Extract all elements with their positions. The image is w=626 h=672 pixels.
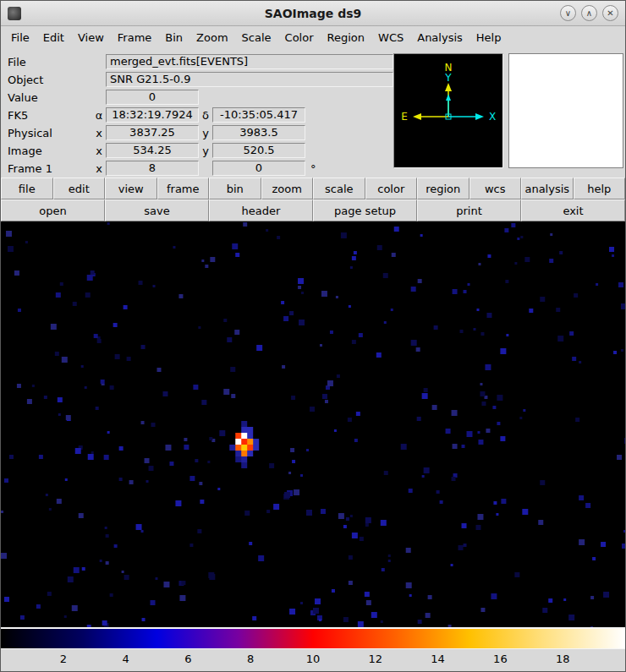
window-controls: ∨ ∧ ✕ bbox=[560, 5, 618, 21]
image-label: Image bbox=[8, 145, 92, 157]
image-y-symbol: y bbox=[199, 145, 212, 157]
toolbar-row-1: fileeditviewframebinzoomscalecolorregion… bbox=[1, 178, 625, 199]
toolbar-button-analysis[interactable]: analysis bbox=[521, 178, 574, 199]
physical-y-symbol: y bbox=[199, 127, 212, 139]
toolbar-button-scale[interactable]: scale bbox=[313, 178, 365, 199]
toolbar-button-wcs[interactable]: wcs bbox=[470, 178, 522, 199]
toolbar-button-zoom[interactable]: zoom bbox=[261, 178, 314, 199]
image-row: Image x 534.25 y 520.5 bbox=[1, 142, 393, 159]
object-label: Object bbox=[8, 74, 92, 86]
toolbar-row-2: opensaveheaderpage setupprintexit bbox=[1, 199, 625, 221]
toolbar-button-color[interactable]: color bbox=[365, 178, 418, 199]
toolbar-button-frame[interactable]: frame bbox=[157, 178, 210, 199]
app-icon bbox=[8, 7, 21, 20]
colorbar-tick-4: 4 bbox=[122, 653, 129, 665]
colorbar-tick-18: 18 bbox=[556, 653, 570, 665]
colorbar-tick-16: 16 bbox=[493, 653, 508, 665]
fk5-label: FK5 bbox=[8, 109, 92, 122]
toolbar-button-help[interactable]: help bbox=[574, 178, 626, 199]
toolbar-button-bin[interactable]: bin bbox=[209, 178, 261, 199]
minimize-button[interactable]: ∨ bbox=[560, 5, 576, 21]
image-x-symbol: x bbox=[92, 145, 106, 157]
frame-zoom-field: 8 bbox=[106, 161, 199, 176]
menu-color[interactable]: Color bbox=[278, 29, 321, 46]
file-value-field: merged_evt.fits[EVENTS] bbox=[106, 54, 393, 69]
compass-graphic: N Y E X bbox=[394, 54, 502, 167]
toolbar-button-save[interactable]: save bbox=[105, 199, 209, 221]
menu-bin[interactable]: Bin bbox=[158, 29, 189, 46]
info-panel: File merged_evt.fits[EVENTS] Object SNR … bbox=[1, 48, 625, 178]
object-row: Object SNR G21.5-0.9 bbox=[1, 71, 393, 88]
physical-x-symbol: x bbox=[92, 127, 106, 139]
compass-x-label: X bbox=[489, 111, 496, 123]
ds9-window: SAOImage ds9 ∨ ∧ ✕ FileEditViewFrameBinZ… bbox=[0, 0, 626, 672]
compass-y-label: Y bbox=[444, 72, 452, 84]
colorbar-gradient[interactable] bbox=[1, 627, 625, 649]
magnifier-panel bbox=[508, 53, 623, 168]
titlebar: SAOImage ds9 ∨ ∧ ✕ bbox=[1, 1, 625, 26]
window-title: SAOImage ds9 bbox=[1, 7, 625, 20]
colorbar-tick-2: 2 bbox=[60, 653, 67, 665]
menu-frame[interactable]: Frame bbox=[111, 29, 159, 46]
toolbar-button-header[interactable]: header bbox=[209, 199, 313, 221]
value-row: Value 0 bbox=[1, 89, 393, 106]
menu-help[interactable]: Help bbox=[470, 29, 508, 46]
colorbar-tick-12: 12 bbox=[369, 653, 383, 665]
physical-y-field: 3983.5 bbox=[212, 125, 305, 140]
colorbar-tick-10: 10 bbox=[306, 653, 321, 665]
fk5-row: FK5 α 18:32:19.7924 δ -10:35:05.417 bbox=[1, 107, 393, 123]
frame-rotation-field: 0 bbox=[212, 161, 305, 176]
menu-scale[interactable]: Scale bbox=[235, 29, 278, 46]
image-canvas[interactable] bbox=[1, 221, 625, 627]
menu-analysis[interactable]: Analysis bbox=[410, 29, 470, 46]
toolbar-button-open[interactable]: open bbox=[1, 199, 105, 221]
ra-field: 18:32:19.7924 bbox=[106, 107, 199, 123]
menu-file[interactable]: File bbox=[4, 29, 36, 46]
object-value-field: SNR G21.5-0.9 bbox=[106, 72, 393, 87]
toolbar-button-file[interactable]: file bbox=[1, 178, 53, 199]
file-label: File bbox=[8, 56, 92, 68]
toolbar-button-edit[interactable]: edit bbox=[53, 178, 106, 199]
alpha-symbol: α bbox=[92, 109, 106, 122]
menu-edit[interactable]: Edit bbox=[36, 29, 71, 46]
colorbar-tick-8: 8 bbox=[247, 653, 254, 665]
compass-east-label: E bbox=[401, 111, 408, 123]
toolbar-button-print[interactable]: print bbox=[417, 199, 521, 221]
pixel-value-field: 0 bbox=[106, 90, 199, 105]
toolbar-button-region[interactable]: region bbox=[417, 178, 470, 199]
toolbar-button-page-setup[interactable]: page setup bbox=[313, 199, 417, 221]
colorbar-ticks: 24681012141618 bbox=[1, 649, 625, 671]
toolbar-button-view[interactable]: view bbox=[105, 178, 157, 199]
delta-symbol: δ bbox=[199, 109, 212, 122]
degree-symbol: ° bbox=[310, 162, 316, 175]
close-button[interactable]: ✕ bbox=[602, 5, 618, 21]
file-row: File merged_evt.fits[EVENTS] bbox=[1, 53, 393, 70]
compass-panel: N Y E X bbox=[393, 53, 503, 168]
menubar: FileEditViewFrameBinZoomScaleColorRegion… bbox=[1, 26, 625, 48]
menu-zoom[interactable]: Zoom bbox=[189, 29, 234, 46]
frame-row: Frame 1 x 8 0 ° bbox=[1, 160, 393, 177]
frame-label: Frame 1 bbox=[8, 162, 92, 175]
maximize-button[interactable]: ∧ bbox=[581, 5, 597, 21]
menu-view[interactable]: View bbox=[71, 29, 111, 46]
info-readouts: File merged_evt.fits[EVENTS] Object SNR … bbox=[1, 53, 393, 178]
frame-zoom-symbol: x bbox=[92, 162, 106, 175]
physical-x-field: 3837.25 bbox=[106, 125, 199, 140]
colorbar: 24681012141618 bbox=[1, 627, 625, 671]
colorbar-tick-6: 6 bbox=[184, 653, 191, 665]
image-x-field: 534.25 bbox=[106, 143, 199, 158]
value-label: Value bbox=[8, 91, 92, 104]
physical-label: Physical bbox=[8, 127, 92, 139]
colorbar-tick-14: 14 bbox=[431, 653, 445, 665]
physical-row: Physical x 3837.25 y 3983.5 bbox=[1, 124, 393, 141]
image-y-field: 520.5 bbox=[212, 143, 305, 158]
toolbar-button-exit[interactable]: exit bbox=[521, 199, 625, 221]
menu-region[interactable]: Region bbox=[321, 29, 372, 46]
dec-field: -10:35:05.417 bbox=[212, 107, 305, 123]
menu-wcs[interactable]: WCS bbox=[371, 29, 410, 46]
